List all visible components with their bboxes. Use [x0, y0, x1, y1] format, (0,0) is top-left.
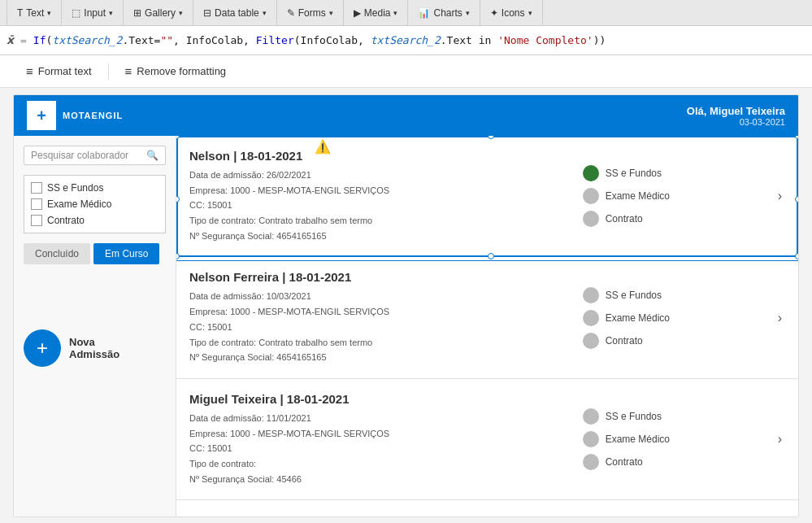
- status-label: Contrato: [606, 213, 643, 224]
- toolbar-charts[interactable]: 📊 Charts ▾: [408, 0, 480, 25]
- employee-details-0: Data de admissão: 26/02/2021 Empresa: 10…: [189, 168, 570, 243]
- charts-icon: 📊: [418, 7, 430, 19]
- chevron-down-icon: ▾: [47, 9, 51, 17]
- checkbox-contrato[interactable]: Contrato: [31, 215, 158, 226]
- employee-details-2: Data de admissão: 11/01/2021 Empresa: 10…: [189, 411, 570, 486]
- status-ss-fundos-1: SS e Fundos: [583, 287, 762, 303]
- status-dot-gray: [583, 211, 599, 227]
- toolbar-icons[interactable]: ✦ Icons ▾: [480, 0, 543, 25]
- employee-card-0[interactable]: ⚠️ Nelson | 18-01-2021 Data de admissão:…: [176, 136, 798, 257]
- employee-card-2[interactable]: Miguel Teixeira | 18-01-2021 Data de adm…: [176, 379, 798, 500]
- status-label: Exame Médico: [606, 434, 670, 445]
- chevron-down-icon: ▾: [109, 9, 113, 17]
- status-ss-fundos-0: SS e Fundos: [583, 165, 762, 181]
- formula-expression: If(txtSearch_2.Text="", InfoColab, Filte…: [33, 34, 606, 46]
- status-dot-gray: [583, 333, 599, 349]
- toolbar-input[interactable]: ⬚ Input ▾: [62, 0, 124, 25]
- chevron-down-icon: ▾: [179, 9, 183, 17]
- checkbox-label: Exame Médico: [47, 198, 111, 210]
- search-placeholder: Pesquisar colaborador: [31, 150, 143, 161]
- search-box[interactable]: Pesquisar colaborador 🔍: [24, 146, 166, 165]
- status-label: SS e Fundos: [606, 411, 662, 422]
- app-container: + MOTAENGIL Olá, Miguel Teixeira 03-03-2…: [13, 94, 799, 517]
- status-label: SS e Fundos: [606, 168, 662, 179]
- sel-handle-tr: [795, 136, 798, 139]
- logo-cross: +: [37, 107, 46, 125]
- format-text-icon: ≡: [26, 64, 33, 78]
- chevron-down-icon: ▾: [263, 9, 267, 17]
- text-icon: T: [17, 7, 23, 19]
- chevron-down-icon: ▾: [393, 9, 397, 17]
- add-label: Nova Admissão: [69, 336, 119, 360]
- remove-formatting-label: Remove formatting: [137, 65, 226, 77]
- format-text-button[interactable]: ≡ Format text: [13, 59, 105, 83]
- status-dot-gray: [583, 454, 599, 470]
- remove-formatting-icon: ≡: [125, 64, 132, 78]
- chevron-right-button-0[interactable]: ›: [775, 149, 785, 243]
- filter-emcurso[interactable]: Em Curso: [93, 243, 159, 264]
- employee-status-2: SS e Fundos Exame Médico Contrato: [583, 392, 762, 486]
- chevron-right-button-1[interactable]: ›: [775, 270, 785, 364]
- status-label: Exame Médico: [606, 312, 670, 324]
- remove-formatting-button[interactable]: ≡ Remove formatting: [112, 59, 240, 83]
- logo-area: + MOTAENGIL: [27, 101, 123, 130]
- status-label: Contrato: [606, 456, 643, 468]
- chevron-down-icon: ▾: [329, 9, 333, 17]
- user-info: Olá, Miguel Teixeira 03-03-2021: [687, 105, 785, 127]
- toolbar-media[interactable]: ▶ Media ▾: [344, 0, 409, 25]
- user-name: Olá, Miguel Teixeira: [687, 105, 785, 117]
- search-icon: 🔍: [146, 150, 158, 161]
- sel-handle-right: [795, 196, 798, 203]
- employee-name-0: Nelson | 18-01-2021: [189, 149, 570, 163]
- add-admission-button[interactable]: + Nova Admissão: [24, 323, 166, 373]
- table-icon: ⊟: [203, 7, 211, 19]
- icons-icon: ✦: [490, 7, 498, 19]
- checkbox-icon: [31, 182, 42, 194]
- app-header: + MOTAENGIL Olá, Miguel Teixeira 03-03-2…: [14, 95, 798, 136]
- content-area: ⚠️ Nelson | 18-01-2021 Data de admissão:…: [176, 136, 798, 516]
- toolbar-datatable[interactable]: ⊟ Data table ▾: [193, 0, 277, 25]
- employee-card-1[interactable]: Nelson Ferreira | 18-01-2021 Data de adm…: [176, 257, 798, 378]
- media-icon: ▶: [354, 7, 361, 19]
- status-contrato-2: Contrato: [583, 454, 762, 470]
- format-divider: [108, 63, 109, 80]
- status-dot-green: [583, 165, 599, 181]
- sel-handle-left: [176, 196, 180, 203]
- app-body: Pesquisar colaborador 🔍 SS e Fundos Exam…: [14, 136, 798, 516]
- formula-bar: x̄ = If(txtSearch_2.Text="", InfoColab, …: [0, 26, 812, 55]
- status-label: Exame Médico: [606, 190, 670, 202]
- filter-concluido[interactable]: Concluído: [24, 243, 90, 264]
- toolbar-gallery[interactable]: ⊞ Gallery ▾: [124, 0, 193, 25]
- status-exame-2: Exame Médico: [583, 431, 762, 447]
- toolbar-forms[interactable]: ✎ Forms ▾: [277, 0, 344, 25]
- forms-icon: ✎: [287, 7, 295, 19]
- employee-name-2: Miguel Teixeira | 18-01-2021: [189, 392, 570, 406]
- checkbox-ss-fundos[interactable]: SS e Fundos: [31, 182, 158, 194]
- warning-icon: ⚠️: [315, 139, 331, 155]
- gallery-icon: ⊞: [133, 7, 141, 19]
- status-exame-0: Exame Médico: [583, 188, 762, 204]
- checkbox-label: Contrato: [47, 215, 85, 226]
- status-dot-gray: [583, 431, 599, 447]
- top-toolbar: T Text ▾ ⬚ Input ▾ ⊞ Gallery ▾ ⊟ Data ta…: [0, 0, 812, 26]
- logo-box: +: [27, 101, 56, 130]
- chevron-down-icon: ▾: [528, 9, 532, 17]
- status-label: SS e Fundos: [606, 290, 662, 301]
- chevron-down-icon: ▾: [466, 9, 470, 17]
- chevron-right-button-2[interactable]: ›: [775, 392, 785, 486]
- employee-details-1: Data de admissão: 10/03/2021 Empresa: 10…: [189, 289, 570, 364]
- status-contrato-1: Contrato: [583, 333, 762, 349]
- sel-handle-tl: [176, 136, 180, 139]
- checkbox-icon: [31, 215, 42, 226]
- input-icon: ⬚: [72, 7, 80, 19]
- status-ss-fundos-2: SS e Fundos: [583, 408, 762, 425]
- status-dot-gray: [583, 287, 599, 303]
- employee-info-2: Miguel Teixeira | 18-01-2021 Data de adm…: [189, 392, 570, 486]
- checkbox-exame-medico[interactable]: Exame Médico: [31, 198, 158, 210]
- user-date: 03-03-2021: [687, 117, 785, 127]
- status-dot-gray: [583, 408, 599, 425]
- toolbar-text[interactable]: T Text ▾: [7, 0, 62, 25]
- format-bar: ≡ Format text ≡ Remove formatting: [0, 55, 812, 88]
- add-circle-icon: +: [24, 329, 61, 367]
- status-contrato-0: Contrato: [583, 211, 762, 227]
